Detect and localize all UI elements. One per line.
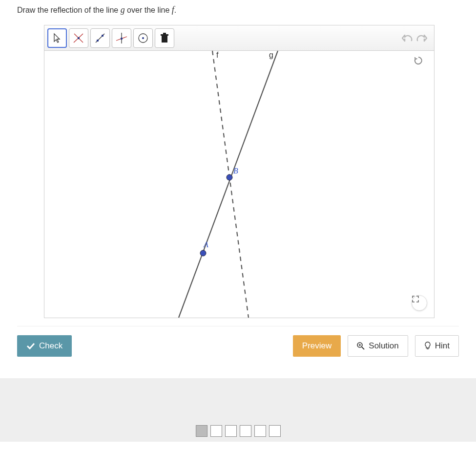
preview-label: Preview [302, 341, 331, 351]
instr-pre: Draw the reflection of the line [17, 6, 121, 14]
toolbar [44, 25, 434, 51]
segment-icon [94, 32, 106, 44]
bulb-icon [424, 342, 431, 350]
svg-rect-13 [163, 33, 166, 34]
hint-label: Hint [435, 341, 450, 351]
point-b[interactable] [227, 174, 232, 180]
fullscreen-icon [412, 296, 427, 310]
tool-delete[interactable] [155, 28, 174, 48]
instr-mid: over the line [125, 6, 172, 14]
svg-point-4 [97, 39, 99, 41]
intersect-icon [72, 32, 85, 44]
undo-icon [402, 33, 414, 43]
instruction-text: Draw the reflection of the line g over t… [17, 0, 459, 25]
instr-post: . [174, 6, 176, 14]
refresh-button[interactable] [414, 56, 429, 71]
svg-rect-12 [161, 34, 168, 36]
svg-point-2 [78, 37, 80, 39]
check-icon [26, 342, 35, 350]
svg-point-8 [121, 37, 123, 39]
line-g-label: g [269, 51, 273, 59]
divider [17, 326, 459, 326]
point-a-label: A [203, 240, 208, 249]
solution-label: Solution [369, 341, 398, 351]
line-g-symbol: g [121, 5, 125, 15]
tool-select[interactable] [47, 28, 67, 48]
geometry-canvas-frame: A B f g [44, 25, 435, 318]
magnifier-icon [357, 342, 365, 350]
tool-intersect[interactable] [69, 28, 88, 48]
svg-rect-11 [162, 36, 167, 43]
tool-segment[interactable] [90, 28, 110, 48]
redo-button[interactable] [414, 31, 428, 45]
action-bar: Check Preview Solution [17, 335, 459, 357]
circle-icon [137, 32, 149, 44]
tool-ray[interactable] [112, 28, 131, 48]
ray-icon [115, 32, 128, 44]
line-f[interactable] [212, 51, 248, 318]
check-button[interactable]: Check [17, 335, 72, 357]
fullscreen-button[interactable] [412, 295, 427, 311]
check-label: Check [39, 341, 62, 351]
page-dot-3[interactable] [225, 425, 237, 437]
preview-button[interactable]: Preview [293, 335, 341, 357]
page-dot-6[interactable] [269, 425, 281, 437]
page-dot-1[interactable] [196, 425, 207, 437]
page-navigation [0, 378, 476, 442]
line-f-label: f [216, 51, 219, 59]
svg-point-10 [142, 37, 144, 39]
point-a[interactable] [200, 250, 206, 256]
page-dot-5[interactable] [254, 425, 266, 437]
cursor-icon [52, 33, 62, 43]
page-dot-4[interactable] [240, 425, 251, 437]
trash-icon [159, 32, 170, 44]
tool-circle[interactable] [133, 28, 153, 48]
svg-line-15 [362, 347, 364, 349]
undo-button[interactable] [401, 31, 414, 45]
redo-icon [415, 33, 427, 43]
refresh-icon [414, 56, 429, 71]
graph-area[interactable]: A B f g [44, 51, 434, 318]
page-dot-2[interactable] [210, 425, 222, 437]
svg-point-5 [102, 34, 103, 36]
solution-button[interactable]: Solution [348, 335, 408, 357]
hint-button[interactable]: Hint [415, 335, 459, 357]
line-g[interactable] [179, 51, 278, 318]
point-b-label: B [233, 167, 238, 175]
